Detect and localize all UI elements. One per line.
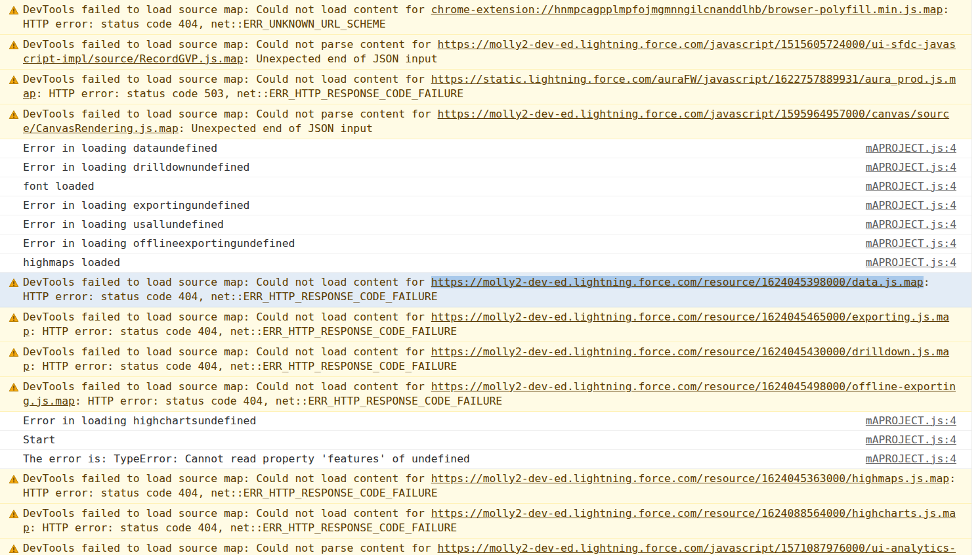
message-text-segment: The error is: TypeError: Cannot read pro…: [23, 453, 470, 465]
message-text: Error in loading usallundefined: [23, 217, 960, 232]
console-message-row[interactable]: StartmAPROJECT.js:4: [0, 431, 972, 450]
message-text-segment: DevTools failed to load source map: Coul…: [23, 73, 431, 85]
source-location-link[interactable]: mAPROJECT.js:4: [866, 433, 956, 447]
message-text-segment: : HTTP error: status code 503, net::ERR_…: [36, 87, 463, 100]
console-message-row[interactable]: font loadedmAPROJECT.js:4: [0, 177, 972, 196]
source-location-link[interactable]: mAPROJECT.js:4: [866, 255, 956, 270]
console-message-row[interactable]: Error in loading highchartsundefinedmAPR…: [0, 412, 972, 431]
message-text-segment: DevTools failed to load source map: Coul…: [23, 345, 431, 358]
message-text: The error is: TypeError: Cannot read pro…: [23, 452, 960, 466]
console-message-row[interactable]: Error in loading exportingundefinedmAPRO…: [0, 196, 972, 215]
console-message-row[interactable]: Error in loading usallundefinedmAPROJECT…: [0, 215, 972, 234]
warning-icon: [9, 543, 19, 553]
message-text-segment: DevTools failed to load source map: Coul…: [23, 380, 431, 393]
message-text-segment: DevTools failed to load source map: Coul…: [23, 472, 431, 485]
message-text-segment: DevTools failed to load source map: Coul…: [23, 108, 438, 120]
console-message-row[interactable]: DevTools failed to load source map: Coul…: [0, 273, 972, 307]
message-text: DevTools failed to load source map: Coul…: [23, 3, 960, 32]
message-text-segment: font loaded: [23, 180, 95, 192]
message-text-segment: Error in loading offlineexportingundefin…: [23, 237, 295, 250]
message-text-segment: DevTools failed to load source map: Coul…: [23, 38, 438, 51]
warning-icon: [9, 382, 19, 391]
message-text: Error in loading dataundefined: [23, 141, 960, 156]
message-text: DevTools failed to load source map: Coul…: [23, 72, 960, 101]
message-text: DevTools failed to load source map: Coul…: [23, 380, 960, 409]
console-message-list: DevTools failed to load source map: Coul…: [0, 0, 972, 555]
devtools-console: DevTools failed to load source map: Coul…: [0, 0, 980, 555]
message-text: DevTools failed to load source map: Coul…: [23, 275, 960, 304]
console-message-row[interactable]: DevTools failed to load source map: Coul…: [0, 307, 972, 342]
message-text: Start: [23, 433, 960, 447]
source-location-link[interactable]: mAPROJECT.js:4: [866, 141, 956, 156]
source-map-url-link[interactable]: https://molly2-dev-ed.lightning.force.co…: [431, 472, 949, 485]
source-location-link[interactable]: mAPROJECT.js:4: [866, 198, 956, 213]
message-text-segment: : Unexpected end of JSON input: [244, 53, 438, 65]
source-map-url-link[interactable]: chrome-extension://hnmpcagpplmpfojmgmnng…: [431, 3, 943, 16]
console-message-row[interactable]: Error in loading offlineexportingundefin…: [0, 234, 972, 254]
console-message-row[interactable]: DevTools failed to load source map: Coul…: [0, 504, 972, 539]
warning-icon: [9, 508, 19, 518]
console-message-row[interactable]: highmaps loadedmAPROJECT.js:4: [0, 254, 972, 273]
console-message-row[interactable]: DevTools failed to load source map: Coul…: [0, 342, 972, 377]
warning-icon: [9, 109, 19, 119]
message-text-segment: DevTools failed to load source map: Coul…: [23, 311, 431, 323]
message-text: DevTools failed to load source map: Coul…: [23, 37, 960, 66]
console-message-row[interactable]: DevTools failed to load source map: Coul…: [0, 539, 972, 555]
console-message-row[interactable]: DevTools failed to load source map: Coul…: [0, 0, 972, 35]
message-text-segment: Error in loading usallundefined: [23, 218, 224, 231]
message-text-segment: DevTools failed to load source map: Coul…: [23, 276, 431, 288]
message-text-segment: Start: [23, 433, 55, 446]
message-text: font loaded: [23, 179, 960, 194]
message-text: DevTools failed to load source map: Coul…: [23, 107, 960, 136]
warning-icon: [9, 347, 19, 357]
warning-icon: [9, 312, 19, 322]
message-text: DevTools failed to load source map: Coul…: [23, 310, 960, 339]
message-text-segment: Error in loading exportingundefined: [23, 199, 249, 211]
message-text-segment: DevTools failed to load source map: Coul…: [23, 507, 431, 520]
message-text-segment: : HTTP error: status code 404, net::ERR_…: [30, 325, 457, 338]
console-message-row[interactable]: DevTools failed to load source map: Coul…: [0, 469, 972, 504]
source-location-link[interactable]: mAPROJECT.js:4: [866, 217, 956, 232]
console-message-row[interactable]: DevTools failed to load source map: Coul…: [0, 104, 972, 139]
message-text: Error in loading exportingundefined: [23, 198, 960, 213]
console-message-row[interactable]: DevTools failed to load source map: Coul…: [0, 377, 972, 412]
console-message-row[interactable]: The error is: TypeError: Cannot read pro…: [0, 450, 972, 469]
source-location-link[interactable]: mAPROJECT.js:4: [866, 236, 956, 251]
warning-icon: [9, 474, 19, 483]
message-text-segment: Error in loading highchartsundefined: [23, 414, 256, 427]
message-text: DevTools failed to load source map: Coul…: [23, 541, 960, 555]
message-text: Error in loading drilldownundefined: [23, 160, 960, 175]
message-text: DevTools failed to load source map: Coul…: [23, 472, 960, 500]
console-message-row[interactable]: DevTools failed to load source map: Coul…: [0, 70, 972, 104]
message-text: DevTools failed to load source map: Coul…: [23, 345, 960, 374]
message-text: highmaps loaded: [23, 255, 960, 270]
message-text: Error in loading offlineexportingundefin…: [23, 236, 960, 251]
source-location-link[interactable]: mAPROJECT.js:4: [866, 160, 956, 175]
message-text-segment: highmaps loaded: [23, 256, 120, 269]
message-text-segment: : HTTP error: status code 404, net::ERR_…: [75, 395, 502, 407]
source-location-link[interactable]: mAPROJECT.js:4: [866, 414, 956, 428]
warning-icon: [9, 74, 19, 84]
console-message-row[interactable]: Error in loading dataundefinedmAPROJECT.…: [0, 139, 972, 158]
warning-icon: [9, 277, 19, 287]
message-text: DevTools failed to load source map: Coul…: [23, 506, 960, 535]
message-text-segment: Error in loading drilldownundefined: [23, 161, 249, 173]
message-text: Error in loading highchartsundefined: [23, 414, 960, 428]
vertical-scrollbar[interactable]: [971, 0, 980, 555]
console-message-row[interactable]: Error in loading drilldownundefinedmAPRO…: [0, 158, 972, 177]
message-text-segment: DevTools failed to load source map: Coul…: [23, 542, 438, 554]
message-text-segment: : HTTP error: status code 404, net::ERR_…: [30, 522, 457, 534]
source-location-link[interactable]: mAPROJECT.js:4: [866, 179, 956, 194]
warning-icon: [9, 5, 19, 14]
message-text-segment: Error in loading dataundefined: [23, 142, 217, 154]
warning-icon: [9, 39, 19, 49]
message-text-segment: : Unexpected end of JSON input: [179, 122, 373, 135]
source-location-link[interactable]: mAPROJECT.js:4: [866, 452, 956, 466]
message-text-segment: : HTTP error: status code 404, net::ERR_…: [30, 360, 457, 372]
message-text-segment: DevTools failed to load source map: Coul…: [23, 3, 431, 16]
console-message-row[interactable]: DevTools failed to load source map: Coul…: [0, 35, 972, 70]
source-map-url-link[interactable]: https://molly2-dev-ed.lightning.force.co…: [431, 276, 924, 288]
